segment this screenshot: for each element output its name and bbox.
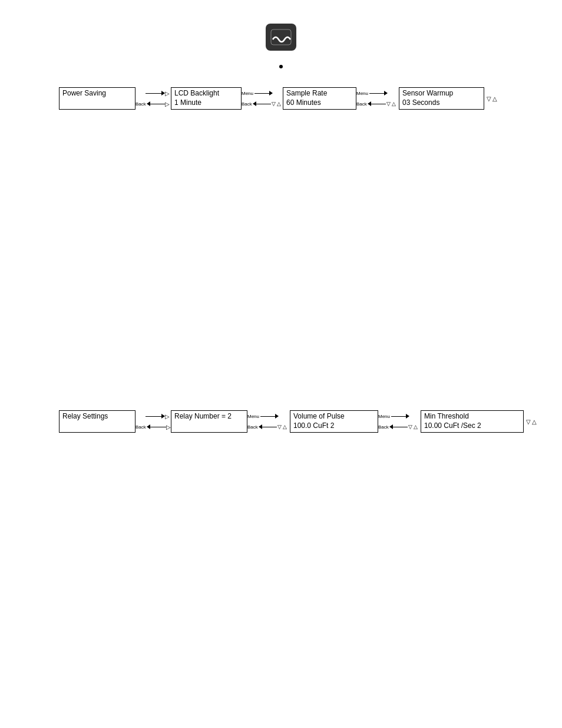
box-sensor-warmup: Sensor Warmup 03 Seconds bbox=[399, 87, 484, 110]
conn2-arrow-right bbox=[269, 91, 273, 95]
r2-conn2-arrow-right bbox=[275, 414, 279, 419]
conn1-chevron2: ▷ bbox=[165, 101, 170, 107]
diagram-row-2: Relay Settings ▷ Back ▷ Relay Number = 2 bbox=[59, 410, 537, 433]
r2-conn3-tri-up: △ bbox=[414, 424, 418, 430]
box-lcd-backlight: LCD Backlight 1 Minute bbox=[171, 87, 242, 110]
r2-conn3-bottom: Back ▽ △ bbox=[378, 421, 421, 432]
r2-conn3-top: Menu bbox=[378, 411, 421, 421]
box-sensor-value: 03 Seconds bbox=[402, 98, 481, 108]
box-min-threshold: Min Threshold 10.00 CuFt /Sec 2 bbox=[421, 410, 524, 433]
r2-conn3-bottom-line bbox=[393, 427, 408, 427]
r2-conn2-bottom: Back ▽ △ bbox=[247, 421, 290, 432]
box-sample-value: 60 Minutes bbox=[286, 98, 353, 108]
box-volume-title: Volume of Pulse bbox=[293, 412, 375, 421]
box-min-value: 10.00 CuFt /Sec 2 bbox=[424, 421, 520, 431]
conn2-tri-up: △ bbox=[277, 101, 281, 107]
conn2-bottom-line bbox=[256, 104, 271, 104]
box-min-title: Min Threshold bbox=[424, 412, 520, 421]
r2-connector-3: Menu Back ▽ △ bbox=[378, 411, 421, 432]
r2-conn1-back-label: Back bbox=[135, 424, 146, 430]
connector-3: Menu Back ▽ △ bbox=[356, 88, 399, 109]
conn3-bottom: Back ▽ △ bbox=[356, 98, 399, 109]
conn3-menu-label: Menu bbox=[356, 91, 368, 96]
r2-conn2-tri-up: △ bbox=[283, 424, 287, 430]
diagram-row-1: Power Saving ▷ Back ▷ LCD Backlight 1 Mi… bbox=[59, 87, 498, 110]
conn3-back-label: Back bbox=[356, 101, 367, 107]
conn3-tri-down: ▽ bbox=[386, 101, 391, 107]
dot-indicator bbox=[279, 65, 283, 68]
r2-conn3-arrow-right bbox=[406, 414, 409, 419]
conn3-arrow-right bbox=[384, 91, 388, 95]
r2-conn2-top: Menu bbox=[247, 411, 290, 421]
conn2-tri-down: ▽ bbox=[272, 101, 276, 107]
r2-conn2-tri-down: ▽ bbox=[277, 424, 282, 430]
row1-end-tri-up: △ bbox=[492, 95, 497, 102]
conn1-top-line bbox=[146, 93, 161, 94]
row1-end-tri-down: ▽ bbox=[487, 95, 491, 102]
r2-conn2-menu-label: Menu bbox=[247, 414, 259, 419]
conn2-back-label: Back bbox=[242, 101, 252, 107]
r2-conn3-back-label: Back bbox=[378, 424, 389, 430]
box-volume-value: 100.0 CuFt 2 bbox=[293, 421, 375, 431]
r2-conn1-bottom-line bbox=[150, 427, 166, 427]
r2-conn2-back-label: Back bbox=[247, 424, 258, 430]
r2-conn3-tri-down: ▽ bbox=[408, 424, 412, 430]
conn1-bottom-line bbox=[150, 104, 165, 104]
row2-end-tri-up: △ bbox=[532, 419, 537, 425]
conn1-back-label: Back bbox=[135, 101, 146, 107]
logo-icon bbox=[266, 24, 296, 51]
box-relay-settings: Relay Settings bbox=[59, 410, 135, 433]
r2-conn2-bottom-line bbox=[262, 427, 277, 427]
logo-area bbox=[266, 24, 296, 51]
box-relay-number: Relay Number = 2 bbox=[171, 410, 247, 433]
conn1-top-label bbox=[135, 90, 146, 96]
connector-1: ▷ Back ▷ bbox=[135, 88, 171, 109]
box-volume-pulse: Volume of Pulse 100.0 CuFt 2 bbox=[290, 410, 378, 433]
box-relay-title: Relay Settings bbox=[62, 412, 132, 421]
conn2-menu-label: Menu bbox=[242, 91, 253, 96]
box-power-saving: Power Saving bbox=[59, 87, 135, 110]
connector-2: Menu Back ▽ △ bbox=[242, 88, 283, 109]
conn2-top-line bbox=[254, 93, 269, 94]
conn2-bottom: Back ▽ △ bbox=[242, 98, 283, 109]
box-lcd-value: 1 Minute bbox=[174, 98, 238, 108]
r2-conn1-top: ▷ bbox=[135, 411, 171, 421]
box-sensor-title: Sensor Warmup bbox=[402, 89, 481, 98]
r2-conn1-top-line bbox=[146, 416, 161, 417]
page: Power Saving ▷ Back ▷ LCD Backlight 1 Mi… bbox=[0, 0, 562, 728]
conn3-bottom-line bbox=[371, 104, 386, 104]
r2-conn3-menu-label: Menu bbox=[378, 414, 390, 419]
conn1-chevron: ▷ bbox=[165, 90, 170, 97]
r2-conn2-top-line bbox=[260, 416, 275, 417]
conn3-tri-up: △ bbox=[392, 101, 396, 107]
conn2-top: Menu bbox=[242, 88, 283, 98]
row2-end-tri-down: ▽ bbox=[526, 419, 531, 425]
box-sample-rate: Sample Rate 60 Minutes bbox=[283, 87, 356, 110]
conn1-bottom: Back ▷ bbox=[135, 98, 171, 109]
conn1-top: ▷ bbox=[135, 88, 171, 98]
box-lcd-title: LCD Backlight bbox=[174, 89, 238, 98]
box-power-saving-title: Power Saving bbox=[62, 89, 132, 98]
conn3-top-line bbox=[369, 93, 384, 94]
r2-connector-1: ▷ Back ▷ bbox=[135, 411, 171, 432]
r2-conn1-chevron2: ▷ bbox=[166, 424, 171, 430]
r2-conn3-top-line bbox=[391, 416, 406, 417]
r2-conn1-chevron: ▷ bbox=[165, 413, 170, 420]
box-sample-title: Sample Rate bbox=[286, 89, 353, 98]
box-relay-num-title: Relay Number = 2 bbox=[174, 412, 244, 421]
conn3-top: Menu bbox=[356, 88, 399, 98]
r2-connector-2: Menu Back ▽ △ bbox=[247, 411, 290, 432]
r2-conn1-bottom: Back ▷ bbox=[135, 421, 171, 432]
